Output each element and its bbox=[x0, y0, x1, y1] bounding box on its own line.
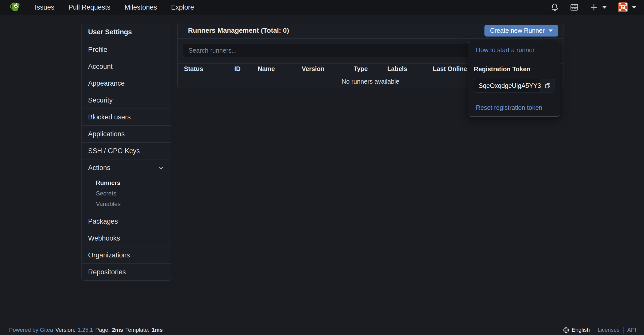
avatar bbox=[618, 2, 628, 12]
admin-panel-server-icon[interactable] bbox=[570, 3, 579, 12]
col-id: ID bbox=[228, 64, 251, 74]
registration-token-value[interactable]: SqeOxqdgeUigA5YY3W0C bbox=[474, 79, 541, 92]
version-label: Version: bbox=[55, 327, 75, 333]
create-menu[interactable] bbox=[590, 3, 607, 12]
plus-icon bbox=[590, 3, 598, 12]
reset-registration-token-link[interactable]: Reset registration token bbox=[468, 99, 560, 116]
navbar-right bbox=[550, 2, 636, 12]
sidebar-item-profile[interactable]: Profile bbox=[82, 41, 171, 58]
sidebar-item-account[interactable]: Account bbox=[82, 58, 171, 75]
sidebar-subitem-variables[interactable]: Variables bbox=[82, 199, 171, 209]
page-time-value: 2ms bbox=[112, 327, 123, 333]
create-new-runner-button[interactable]: Create new Runner bbox=[484, 25, 558, 37]
col-version: Version bbox=[295, 64, 347, 74]
sidebar-item-security[interactable]: Security bbox=[82, 92, 171, 109]
page-title: Runners Management (Total: 0) bbox=[188, 27, 289, 35]
copy-icon bbox=[544, 82, 551, 89]
licenses-link[interactable]: Licenses bbox=[598, 327, 620, 333]
create-runner-dropdown: How to start a runner Registration Token… bbox=[468, 41, 560, 117]
settings-sidebar: User Settings Profile Account Appearance… bbox=[81, 23, 171, 281]
footer-divider bbox=[623, 327, 624, 333]
version-link[interactable]: 1.25.1 bbox=[78, 327, 93, 333]
col-name: Name bbox=[251, 64, 295, 74]
sidebar-item-blocked-users[interactable]: Blocked users bbox=[82, 109, 171, 125]
sidebar-item-appearance[interactable]: Appearance bbox=[82, 75, 171, 92]
user-menu[interactable] bbox=[618, 2, 636, 12]
chevron-down-icon bbox=[632, 6, 636, 9]
chevron-down-icon bbox=[158, 164, 164, 171]
api-link[interactable]: API bbox=[627, 327, 636, 333]
copy-token-button[interactable] bbox=[541, 79, 554, 92]
col-status: Status bbox=[178, 64, 228, 74]
registration-token-label: Registration Token bbox=[474, 65, 554, 73]
footer-divider bbox=[594, 327, 594, 333]
nav-link-explore[interactable]: Explore bbox=[171, 4, 194, 11]
sidebar-item-organizations[interactable]: Organizations bbox=[82, 247, 171, 263]
sidebar-item-actions[interactable]: Actions bbox=[82, 159, 171, 176]
runners-panel-header: Runners Management (Total: 0) Create new… bbox=[178, 23, 563, 39]
globe-icon bbox=[563, 327, 569, 333]
nav-links: Issues Pull Requests Milestones Explore bbox=[35, 4, 194, 11]
footer: Powered by Gitea Version: 1.25.1 Page: 2… bbox=[0, 325, 644, 335]
nav-link-issues[interactable]: Issues bbox=[35, 4, 54, 11]
notifications-bell-icon[interactable] bbox=[550, 3, 559, 12]
footer-right: English Licenses API bbox=[563, 327, 636, 333]
template-time-label: Template: bbox=[125, 327, 149, 333]
sidebar-item-packages[interactable]: Packages bbox=[82, 213, 171, 230]
chevron-down-icon bbox=[549, 29, 553, 32]
registration-token-box: SqeOxqdgeUigA5YY3W0C bbox=[474, 79, 554, 92]
page-time-label: Page: bbox=[95, 327, 110, 333]
sidebar-actions-label: Actions bbox=[88, 164, 110, 172]
sidebar-title: User Settings bbox=[82, 23, 171, 41]
sidebar-actions-submenu: Runners Secrets Variables bbox=[82, 176, 171, 213]
sidebar-item-webhooks[interactable]: Webhooks bbox=[82, 230, 171, 247]
col-type: Type bbox=[347, 64, 381, 74]
sidebar-subitem-secrets[interactable]: Secrets bbox=[82, 188, 171, 199]
template-time-value: 1ms bbox=[151, 327, 163, 333]
nav-link-pull-requests[interactable]: Pull Requests bbox=[68, 4, 110, 11]
language-label: English bbox=[572, 327, 590, 333]
language-menu[interactable]: English bbox=[563, 327, 590, 333]
gitea-logo-icon[interactable] bbox=[10, 2, 21, 13]
create-new-runner-label: Create new Runner bbox=[490, 27, 545, 34]
nav-link-milestones[interactable]: Milestones bbox=[125, 4, 157, 11]
sidebar-item-repositories[interactable]: Repositories bbox=[82, 263, 171, 280]
how-to-start-runner-link[interactable]: How to start a runner bbox=[468, 41, 560, 59]
sidebar-item-ssh-gpg-keys[interactable]: SSH / GPG Keys bbox=[82, 142, 171, 159]
col-labels: Labels bbox=[381, 64, 427, 74]
sidebar-item-applications[interactable]: Applications bbox=[82, 125, 171, 142]
registration-token-section: Registration Token SqeOxqdgeUigA5YY3W0C bbox=[468, 59, 560, 99]
footer-left: Powered by Gitea Version: 1.25.1 Page: 2… bbox=[9, 327, 163, 333]
chevron-down-icon bbox=[602, 6, 607, 9]
navbar: Issues Pull Requests Milestones Explore bbox=[0, 0, 644, 15]
powered-by-gitea-link[interactable]: Powered by Gitea bbox=[9, 327, 53, 333]
sidebar-subitem-runners[interactable]: Runners bbox=[82, 178, 171, 188]
